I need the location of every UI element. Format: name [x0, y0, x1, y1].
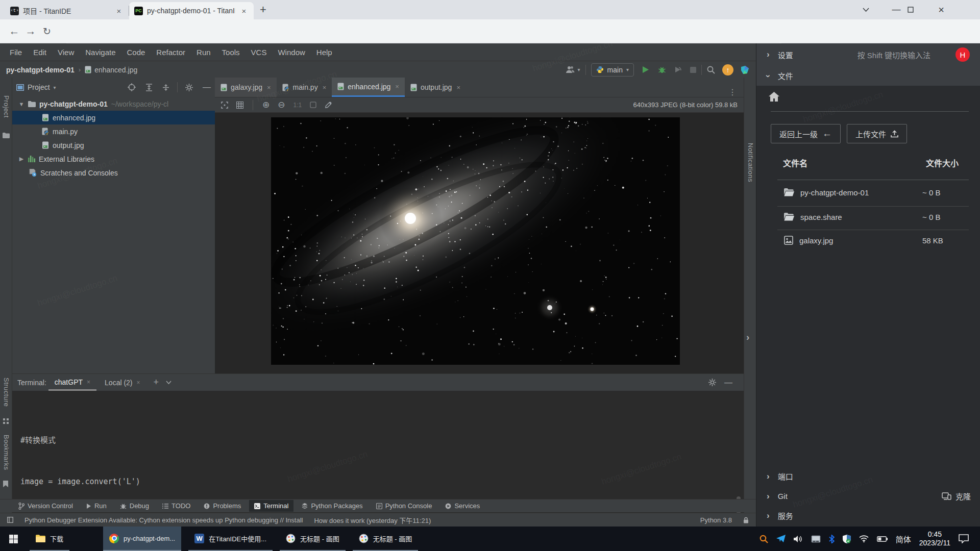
run-with-coverage-button[interactable]: [674, 66, 682, 73]
editor-tab-output[interactable]: output.jpg ×: [405, 78, 466, 97]
column-header-size[interactable]: 文件大小: [926, 157, 959, 169]
tab-search-chevron-icon[interactable]: [863, 8, 885, 12]
taskbar-app-chrome[interactable]: py-chatgpt-dem...: [103, 527, 181, 551]
python-interpreter[interactable]: Python 3.8: [700, 516, 732, 524]
column-header-name[interactable]: 文件名: [783, 157, 807, 169]
start-button[interactable]: [0, 527, 27, 551]
tray-volume-icon[interactable]: [794, 535, 803, 543]
grid-icon[interactable]: [236, 102, 243, 109]
terminal-tab-chatgpt[interactable]: chatGPT ×: [48, 374, 96, 391]
new-tab-button[interactable]: +: [260, 3, 266, 16]
status-message[interactable]: Python Debugger Extension Available: Cyt…: [24, 516, 303, 524]
tree-item-scratches[interactable]: Scratches and Consoles: [12, 166, 215, 180]
expand-panel-chevron-icon[interactable]: ›: [746, 332, 749, 343]
zoom-out-icon[interactable]: ⊖: [278, 99, 285, 110]
services-section-header[interactable]: › 服务: [767, 510, 793, 521]
toolwindow-version-control[interactable]: Version Control: [13, 500, 78, 512]
file-row-galaxy[interactable]: galaxy.jpg 58 KB: [784, 232, 959, 248]
home-icon[interactable]: [769, 92, 779, 102]
tab-close-icon[interactable]: ×: [87, 379, 90, 386]
tab-close-icon[interactable]: ×: [137, 379, 140, 386]
toolwindow-run[interactable]: Run: [81, 500, 112, 512]
file-row-project[interactable]: py-chatgpt-demo-01 ~ 0 B: [784, 184, 959, 201]
hide-panel-icon[interactable]: —: [203, 83, 211, 92]
tray-search-icon[interactable]: [760, 535, 768, 543]
git-section-header[interactable]: › Git 克隆: [767, 491, 971, 502]
reload-icon[interactable]: ↻: [39, 26, 55, 37]
tool-strip-notifications[interactable]: Notifications: [747, 143, 754, 184]
menu-file[interactable]: File: [5, 46, 27, 59]
window-minimize-button[interactable]: —: [885, 5, 908, 15]
settings-gear-icon[interactable]: [185, 84, 193, 91]
lock-icon[interactable]: [743, 517, 749, 523]
window-close-button[interactable]: ×: [930, 4, 952, 16]
toolwindow-terminal[interactable]: Terminal: [249, 500, 293, 512]
galaxy-image[interactable]: [271, 117, 680, 365]
hide-terminal-icon[interactable]: —: [724, 378, 732, 387]
tab-close-icon[interactable]: ×: [323, 84, 327, 91]
tool-strip-bookmarks[interactable]: Bookmarks: [3, 435, 10, 472]
status-link[interactable]: How does it work (yesterday 下午11:21): [314, 515, 431, 525]
back-icon[interactable]: ←: [6, 25, 22, 37]
tool-strip-structure[interactable]: Structure: [3, 378, 10, 409]
terminal-settings-gear-icon[interactable]: [708, 379, 716, 386]
menu-edit[interactable]: Edit: [29, 46, 51, 59]
toolwindow-python-console[interactable]: Python Console: [371, 500, 437, 512]
tab-close-icon[interactable]: ×: [267, 84, 271, 91]
breadcrumb-project[interactable]: py-chatgpt-demo-01: [6, 66, 75, 74]
taskbar-app-downloads[interactable]: 下载: [30, 527, 69, 551]
editor-tab-main-py[interactable]: main.py ×: [277, 78, 332, 97]
taskbar-app-paint-2[interactable]: 无标题 - 画图: [353, 527, 419, 551]
tree-item-root[interactable]: ▼ py-chatgpt-demo-01 ~/workspace/py-cl: [12, 97, 215, 111]
tray-defender-icon[interactable]: [843, 535, 851, 543]
window-maximize-button[interactable]: [908, 7, 930, 13]
upgrade-icon[interactable]: ↑: [722, 64, 733, 76]
menu-vcs[interactable]: VCS: [247, 46, 272, 59]
assistant-gem-icon[interactable]: [740, 65, 750, 74]
expand-all-icon[interactable]: [145, 84, 153, 91]
terminal-dropdown-chevron-icon[interactable]: [166, 381, 172, 384]
tree-item-main-py[interactable]: main.py: [12, 124, 215, 138]
locate-file-icon[interactable]: [128, 83, 136, 91]
forward-icon[interactable]: →: [22, 25, 39, 37]
settings-section-header[interactable]: › 设置 按 Shift 键切换输入法 H: [756, 43, 980, 66]
project-view-caret-icon[interactable]: ▾: [54, 85, 56, 90]
tree-item-external-libraries[interactable]: ▶ External Libraries: [12, 152, 215, 166]
tab-options-dots-icon[interactable]: ⋮: [721, 87, 744, 97]
collapse-twisty-icon[interactable]: ▼: [18, 101, 24, 107]
new-terminal-button[interactable]: +: [149, 377, 164, 388]
zoom-in-icon[interactable]: ⊕: [262, 99, 270, 110]
terminal-tab-local[interactable]: Local (2) ×: [99, 375, 146, 390]
fit-zoom-icon[interactable]: [221, 102, 228, 109]
files-section-header[interactable]: › 文件: [756, 66, 980, 86]
tab-close-icon[interactable]: ×: [456, 84, 460, 91]
expand-twisty-icon[interactable]: ▶: [18, 156, 24, 162]
user-avatar[interactable]: H: [955, 47, 970, 62]
menu-run[interactable]: Run: [192, 46, 215, 59]
tray-plane-icon[interactable]: [776, 535, 786, 543]
tray-ime-label[interactable]: 简体: [896, 534, 911, 544]
menu-refactor[interactable]: Refactor: [152, 46, 190, 59]
toolwindow-debug[interactable]: Debug: [115, 500, 154, 512]
project-panel-title[interactable]: Project: [28, 83, 50, 91]
clone-button[interactable]: 克隆: [942, 491, 971, 502]
tab-close-icon[interactable]: ×: [114, 6, 124, 15]
users-icon[interactable]: [566, 66, 576, 73]
tray-wifi-icon[interactable]: [859, 535, 869, 542]
menu-window[interactable]: Window: [273, 46, 309, 59]
ports-section-header[interactable]: › 端口: [767, 471, 793, 482]
browser-tab-pycharm[interactable]: PC py-chatgpt-demo-01 - TitanID ×: [129, 2, 254, 19]
editor-tab-galaxy[interactable]: galaxy.jpg ×: [215, 78, 277, 97]
tray-battery-icon[interactable]: [877, 536, 888, 542]
menu-navigate[interactable]: Navigate: [81, 46, 120, 59]
editor-tab-enhanced[interactable]: enhanced.jpg ×: [332, 78, 405, 97]
back-parent-button[interactable]: 返回上一级 ←: [771, 124, 841, 143]
tool-strip-project[interactable]: Project: [3, 95, 10, 120]
tree-item-enhanced[interactable]: enhanced.jpg: [12, 111, 215, 124]
tray-bluetooth-icon[interactable]: [829, 535, 835, 543]
toolwindow-services[interactable]: Services: [440, 500, 485, 512]
collapse-all-icon[interactable]: [162, 84, 169, 91]
search-everywhere-icon[interactable]: [707, 66, 715, 74]
taskbar-app-paint-1[interactable]: 无标题 - 画图: [280, 527, 346, 551]
color-picker-icon[interactable]: [325, 102, 332, 109]
